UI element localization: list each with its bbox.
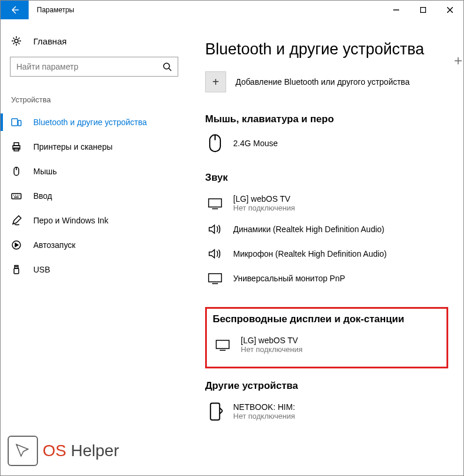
device-name: [LG] webOS TV [241,336,303,345]
titlebar-spacer [82,1,383,19]
search-icon [162,62,172,71]
device-item[interactable]: Универсальный монитор PnP [205,266,452,291]
sidebar-item-typing[interactable]: Ввод [1,184,188,208]
device-item[interactable]: NETBOOK: HIM:Нет подключения [205,398,452,425]
device-item[interactable]: Микрофон (Realtek High Definition Audio) [205,242,452,266]
svg-rect-17 [210,403,220,420]
phone-icon [207,402,223,422]
section-audio: Звук [LG] webOS TVНет подключения Динами… [205,172,452,291]
sidebar-item-label: Принтеры и сканеры [33,142,112,151]
sidebar-item-bluetooth[interactable]: Bluetooth и другие устройства [1,110,188,134]
section-other: Другие устройства NETBOOK: HIM:Нет подкл… [205,380,452,425]
usb-icon [11,264,22,275]
close-icon [447,7,453,13]
watermark-icon [8,436,38,466]
sidebar-item-label: Ввод [33,191,52,201]
device-name: Универсальный монитор PnP [233,274,345,283]
plus-icon: + [212,75,219,89]
section-title: Беспроводные дисплеи и док-станции [213,313,441,325]
search-input[interactable] [16,62,162,71]
svg-rect-16 [216,340,229,349]
device-item[interactable]: 2.4G Mouse [205,131,452,156]
svg-rect-0 [421,8,426,13]
device-status: Нет подключения [233,203,295,212]
highlighted-section: Беспроводные дисплеи и док-станции [LG] … [205,307,448,368]
keyboard-icon [11,191,22,201]
autoplay-icon [11,240,22,250]
svg-rect-15 [209,274,221,282]
right-plus-indicator [454,52,462,70]
mouse-icon [11,166,22,177]
device-status: Нет подключения [241,345,303,354]
speaker-icon [207,223,223,235]
device-item[interactable]: Динамики (Realtek High Definition Audio) [205,217,452,242]
home-label: Главная [33,36,67,46]
device-name: Микрофон (Realtek High Definition Audio) [233,249,387,258]
category-label: Устройства [1,80,188,110]
device-item[interactable]: [LG] webOS TVНет подключения [213,331,441,358]
svg-rect-6 [14,143,19,146]
svg-rect-12 [14,268,19,274]
sidebar: Главная Устройства Bluetooth и другие ус… [1,19,188,475]
devices-icon [11,117,22,127]
minimize-button[interactable] [383,1,410,19]
svg-point-2 [164,63,169,69]
search-box[interactable] [10,57,178,77]
device-name: 2.4G Mouse [233,139,278,148]
device-name: [LG] webOS TV [233,194,295,203]
device-name: NETBOOK: HIM: [233,402,295,412]
maximize-icon [420,7,426,13]
back-button[interactable] [1,1,29,19]
monitor-icon [207,198,223,209]
sidebar-item-label: Bluetooth и другие устройства [33,118,147,127]
mouse-icon [207,133,223,153]
device-status: Нет подключения [233,412,295,420]
section-title: Другие устройства [205,380,452,392]
add-device-row[interactable]: + Добавление Bluetooth или другого устро… [205,71,452,92]
sidebar-item-pen[interactable]: Перо и Windows Ink [1,208,188,233]
sidebar-item-label: Автозапуск [33,240,75,250]
sidebar-item-label: USB [33,265,50,274]
cursor-icon [13,441,33,461]
svg-point-1 [15,39,18,43]
device-name: Динамики (Realtek High Definition Audio) [233,225,385,234]
watermark: OS Helper [8,436,119,466]
arrow-left-icon [10,5,19,15]
sidebar-item-mouse[interactable]: Мышь [1,159,188,184]
window-title: Параметры [29,1,82,19]
pen-icon [11,215,22,226]
section-input: Мышь, клавиатура и перо 2.4G Mouse [205,113,452,156]
watermark-text: OS Helper [43,441,119,460]
sidebar-item-label: Мышь [33,167,57,176]
sidebar-item-usb[interactable]: USB [1,257,188,282]
titlebar: Параметры [1,1,463,19]
close-button[interactable] [437,1,463,19]
sidebar-item-autoplay[interactable]: Автозапуск [1,233,188,257]
plus-icon [455,57,462,64]
main-content: Bluetooth и другие устройства + Добавлен… [188,19,463,475]
home-link[interactable]: Главная [1,31,188,51]
svg-rect-4 [18,120,21,126]
device-item[interactable]: [LG] webOS TVНет подключения [205,189,452,217]
svg-rect-3 [12,119,18,126]
monitor-icon [215,339,230,351]
page-title: Bluetooth и другие устройства [205,40,452,58]
gear-icon [11,36,22,46]
minimize-icon [393,7,399,13]
add-device-label: Добавление Bluetooth или другого устройс… [236,77,410,87]
svg-rect-14 [209,199,221,207]
sidebar-item-label: Перо и Windows Ink [33,216,108,225]
monitor-icon [207,273,223,284]
section-title: Звук [205,172,452,184]
add-device-button[interactable]: + [205,71,226,92]
maximize-button[interactable] [410,1,437,19]
speaker-icon [207,248,223,260]
section-title: Мышь, клавиатура и перо [205,113,452,125]
svg-rect-9 [12,194,21,199]
printer-icon [11,142,22,152]
sidebar-item-printers[interactable]: Принтеры и сканеры [1,134,188,159]
